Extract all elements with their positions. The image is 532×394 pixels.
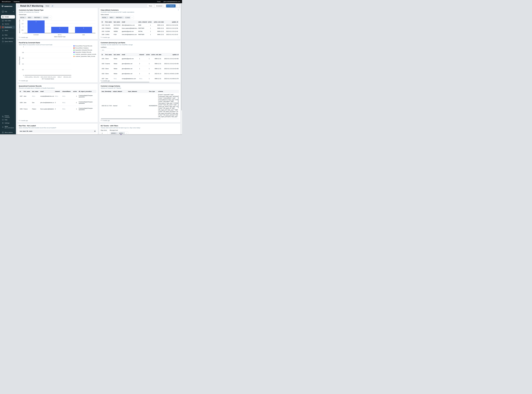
dashboard-menu-button[interactable]: ⋮ [176,5,179,7]
remove-tag-icon[interactable]: × [41,17,41,18]
create-button[interactable]: Create [1,15,15,19]
remove-tag-icon[interactable]: × [107,17,108,18]
filter-tag[interactable]: ERROR× [110,132,118,134]
dashboard-tag[interactable]: Retail [45,5,50,7]
table-cell: Wiebe [113,66,121,71]
column-header[interactable]: update_dt [165,20,179,24]
remove-tag-icon[interactable]: × [25,17,26,18]
remove-tag-icon[interactable]: × [123,133,124,134]
user-menu[interactable]: demo glenn.wiebe@databri... [1,125,15,130]
sidebar-item-query-history[interactable]: Query History [1,40,15,43]
column-header[interactable]: last_name [113,53,121,56]
channel-type-filter[interactable]: RETAIL×WEB×PARTNER×+1 more [19,16,52,19]
window-horizontal-scrollbar[interactable] [0,134,182,135]
legend-item[interactable]: customer_quarantine, failed_records [73,56,96,57]
expand-icon[interactable] [178,37,179,38]
sidebar-item-settings[interactable]: ⚙ Settings [1,121,15,124]
column-header[interactable]: active_end_date [150,53,162,56]
column-header[interactable]: active [145,53,150,56]
column-header[interactable]: first_name [104,53,113,56]
column-header[interactable]: active [147,20,152,24]
sidebar-item-sql-endpoints[interactable]: SQL Endpoints [1,37,15,40]
column-header[interactable]: active [71,90,78,93]
column-header[interactable]: active_end_date [152,20,165,24]
scrollbar-thumb[interactable] [101,82,149,83]
filter-tag[interactable]: RETAIL× [20,16,27,19]
workspace-switcher-sql[interactable]: S SQL [1,10,15,13]
column-header[interactable]: flow_type [148,90,157,93]
column-header[interactable]: id [101,20,104,24]
column-header[interactable]: raw_input_file_name [19,130,84,133]
sidebar-item-alerts[interactable]: Alerts [1,29,15,32]
column-header[interactable]: first_name [104,20,113,24]
window-scrollbar-thumb[interactable] [181,4,182,110]
more-tags-pill[interactable]: +1 more [43,16,49,19]
filter-tag[interactable]: WEB× [27,16,33,19]
column-header[interactable]: email [39,90,54,93]
user-email[interactable]: glenn.wiebe@databricks.com [164,1,180,2]
sidebar-item-dashboards[interactable]: Dashboards [1,26,15,29]
filter-tag[interactable]: RETAIL× [101,16,108,19]
remove-tag-icon[interactable]: × [31,17,32,18]
column-header[interactable]: first_name [23,90,31,93]
column-header[interactable]: schema [157,90,179,93]
scrollbar-thumb[interactable] [101,118,160,119]
sales-channel-filter[interactable]: RETAIL×WEB×PARTNER×+1 more [101,16,134,19]
edit-tags-button[interactable] [51,5,54,7]
column-header[interactable]: channelName [61,90,71,93]
column-header[interactable]: id [101,53,104,56]
column-header[interactable]: max_timestamp [101,90,112,93]
column-header[interactable]: channel [138,53,145,56]
column-header[interactable]: id [19,90,23,93]
legend-item[interactable]: customer_quarantine, passed_records [73,54,96,55]
schedule-dropdown[interactable]: Scheduled [155,5,165,7]
sidebar-item-help[interactable]: ? Help [1,118,15,121]
sidebar-item-queries[interactable]: Queries [1,22,15,26]
column-header[interactable]: last_name [31,90,39,93]
column-header[interactable]: email [121,53,138,56]
filter-tag[interactable]: WARN× [118,132,125,134]
sidebar-item-data[interactable]: Data [1,33,15,36]
horizontal-scrollbar[interactable] [101,118,179,119]
panel-menu-icon[interactable]: ⋮ [178,9,179,10]
sidebar-item-partner-connect[interactable]: Partner Connect [1,115,15,118]
databricks-brand[interactable]: Databricks [14,1,20,2]
sidebar-item-sql-editor[interactable]: SQL Editor [1,19,15,22]
remove-tag-icon[interactable]: × [116,133,117,134]
legend-item[interactable]: Bronze2Silver Passed Records [73,45,96,47]
vertical-scrollbar-thumb[interactable] [178,95,179,108]
column-header[interactable]: channel [54,90,61,93]
refresh-button[interactable]: ↻ Refresh [166,5,176,7]
filter-tag[interactable]: WEB× [109,16,115,19]
column-header[interactable]: sales_channel [137,20,147,24]
chevron-down-icon[interactable] [126,133,127,134]
horizontal-scrollbar[interactable] [101,82,179,83]
filter-tag[interactable]: PARTNER× [115,16,124,19]
lastname-filter-input[interactable] [101,48,114,52]
column-header[interactable]: input_datasets [127,90,148,93]
favorite-star-icon[interactable]: ☆ [17,5,19,7]
filter-tag[interactable]: PARTNER× [33,16,42,19]
chevron-down-icon[interactable] [132,17,133,18]
column-header[interactable]: id [84,130,96,133]
remove-tag-icon[interactable]: × [123,17,123,18]
bar[interactable]: 1 [51,27,68,33]
legend-item[interactable]: Bronze2Silver Violations [73,47,96,49]
azure-brand[interactable]: Microsoft Azure [2,1,11,2]
bar[interactable]: 1 [75,27,92,33]
legend-item[interactable]: Quarantine Violation Records [73,52,96,53]
menu-options-toggle[interactable]: Menu options [1,131,15,134]
more-tags-pill[interactable]: +1 more [124,16,131,19]
databricks-logo[interactable]: databricks [0,5,16,9]
portal-link[interactable]: Portal [157,1,160,2]
column-header[interactable]: update_dt [162,53,179,56]
bar[interactable]: 2 [27,21,45,33]
column-header[interactable]: output_dataset [112,90,127,93]
legend-item[interactable]: Quarantine Untracked Records [73,49,96,51]
column-header[interactable]: email [121,20,137,24]
remove-tag-icon[interactable]: × [113,17,114,18]
column-header[interactable]: dlt_ingest_procedure [78,90,96,93]
column-header[interactable]: last_name [113,20,121,24]
share-button[interactable]: Share [147,5,154,7]
chevron-down-icon[interactable] [50,17,51,18]
